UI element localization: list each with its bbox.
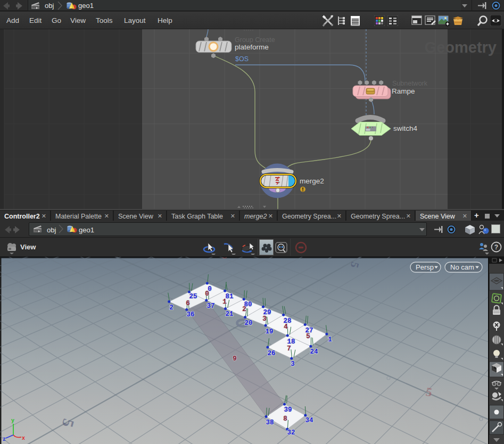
svg-text:9: 9 — [233, 355, 237, 363]
svg-text:1: 1 — [222, 298, 227, 306]
svg-text:merge2: merge2 — [300, 177, 324, 185]
svg-text:x: x — [22, 435, 25, 441]
svg-text:No cam: No cam — [450, 263, 474, 271]
svg-text:4: 4 — [284, 323, 288, 331]
svg-text:32: 32 — [287, 429, 295, 437]
svg-text:z: z — [3, 437, 6, 442]
svg-text:5: 5 — [306, 333, 310, 340]
svg-text:2: 2 — [242, 306, 246, 313]
svg-text:37: 37 — [206, 303, 214, 310]
svg-text:3: 3 — [262, 315, 267, 323]
svg-text:Persp: Persp — [416, 263, 434, 271]
svg-text:plateforme: plateforme — [235, 43, 269, 51]
svg-text:7: 7 — [287, 345, 291, 353]
svg-text:6: 6 — [186, 300, 190, 307]
svg-text:$OS: $OS — [235, 55, 249, 63]
svg-text:1: 1 — [328, 336, 332, 344]
svg-text:24: 24 — [310, 348, 318, 356]
svg-text:25: 25 — [189, 293, 197, 300]
svg-text:0: 0 — [205, 290, 209, 298]
svg-text:20: 20 — [244, 320, 252, 327]
svg-text:switch4: switch4 — [393, 124, 418, 132]
svg-text:2: 2 — [169, 304, 173, 312]
svg-text:39: 39 — [284, 406, 292, 414]
svg-text:Subnetwork: Subnetwork — [392, 80, 428, 87]
svg-text:34: 34 — [305, 417, 313, 424]
svg-text:36: 36 — [186, 311, 194, 319]
svg-text:Geometry: Geometry — [425, 39, 497, 56]
svg-text:Rampe: Rampe — [392, 87, 415, 95]
svg-text:?: ? — [494, 244, 498, 251]
svg-text:y: y — [11, 418, 14, 424]
svg-text:18: 18 — [287, 338, 295, 346]
svg-text:21: 21 — [225, 311, 233, 318]
svg-text:19: 19 — [265, 328, 273, 336]
svg-text:38: 38 — [266, 419, 274, 426]
svg-text:3: 3 — [291, 361, 295, 368]
svg-text:8: 8 — [283, 415, 287, 423]
svg-text:26: 26 — [267, 350, 275, 357]
